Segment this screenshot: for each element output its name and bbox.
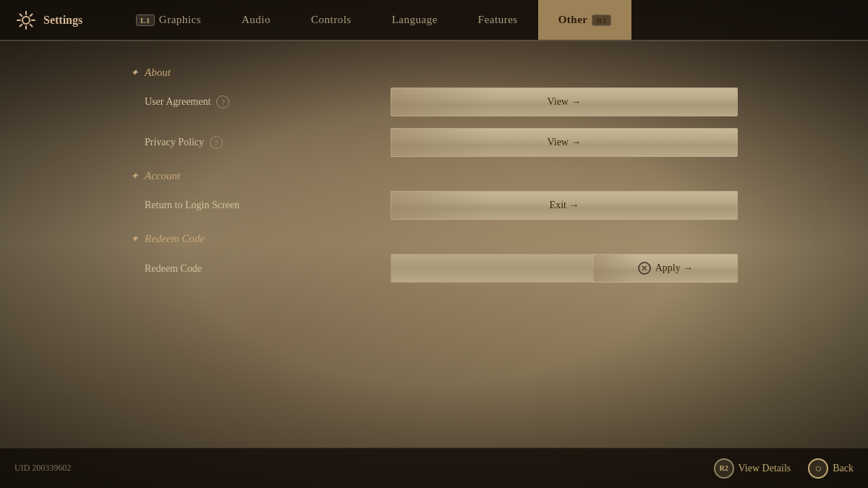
nav-tabs: L1 Graphics Audio Controls Language Feat… [116, 0, 868, 40]
tab-language-label: Language [392, 14, 438, 26]
redeem-code-control: ✕ Apply → [391, 254, 738, 283]
section-redeem-title: Redeem Code [145, 233, 205, 245]
section-redeem-header: ✦ Redeem Code [130, 233, 738, 245]
tab-graphics-badge: L1 [136, 14, 155, 26]
svg-point-0 [22, 17, 30, 24]
tab-audio[interactable]: Audio [221, 0, 291, 40]
uid-display: UID 200339602 [14, 463, 71, 474]
privacy-policy-label: Privacy Policy ? [130, 136, 391, 149]
login-screen-row: Return to Login Screen Exit → [130, 189, 738, 221]
topbar-divider [0, 40, 868, 41]
apply-button[interactable]: ✕ Apply → [593, 254, 738, 283]
x-circle-icon: ✕ [638, 262, 651, 275]
section-about-header: ✦ About [130, 67, 738, 79]
diamond-icon-3: ✦ [130, 233, 139, 245]
bottombar: UID 200339602 R2 View Details ○ Back [0, 448, 868, 488]
back-action[interactable]: ○ Back [808, 458, 854, 479]
tab-features-label: Features [478, 14, 518, 26]
diamond-icon-2: ✦ [130, 170, 139, 182]
privacy-policy-help-icon[interactable]: ? [210, 136, 223, 149]
redeem-code-row: Redeem Code ✕ Apply → [130, 252, 738, 284]
r2-button-icon: R2 [714, 458, 734, 479]
tab-graphics[interactable]: L1 Graphics [116, 0, 221, 40]
view-details-action[interactable]: R2 View Details [714, 458, 791, 479]
back-label: Back [833, 463, 854, 474]
tab-controls[interactable]: Controls [291, 0, 372, 40]
tab-audio-label: Audio [242, 14, 271, 26]
tab-language[interactable]: Language [372, 0, 458, 40]
settings-logo: Settings [0, 9, 116, 32]
redeem-code-label: Redeem Code [130, 262, 391, 275]
tab-features[interactable]: Features [458, 0, 538, 40]
section-account-title: Account [145, 170, 180, 182]
tab-other-badge: R1 [592, 14, 610, 26]
settings-title: Settings [43, 14, 82, 27]
gear-icon [14, 9, 38, 32]
user-agreement-label: User Agreement ? [130, 95, 391, 108]
section-account-header: ✦ Account [130, 170, 738, 182]
user-agreement-view-button[interactable]: View → [391, 87, 738, 116]
redeem-code-input[interactable] [391, 254, 593, 283]
user-agreement-help-icon[interactable]: ? [216, 95, 229, 108]
topbar: Settings L1 Graphics Audio Controls Lang… [0, 0, 868, 40]
login-screen-label: Return to Login Screen [130, 200, 391, 211]
bottom-actions: R2 View Details ○ Back [714, 458, 854, 479]
privacy-policy-row: Privacy Policy ? View → [130, 127, 738, 158]
tab-graphics-label: Graphics [159, 14, 201, 26]
privacy-policy-control: View → [391, 128, 738, 157]
exit-button[interactable]: Exit → [391, 191, 738, 220]
circle-button-icon: ○ [808, 458, 828, 479]
user-agreement-control: View → [391, 87, 738, 116]
tab-other-label: Other [558, 14, 588, 26]
main-content: ✦ About User Agreement ? View → Privacy … [0, 40, 868, 488]
tab-controls-label: Controls [311, 14, 352, 26]
section-about-title: About [145, 67, 171, 79]
login-screen-control: Exit → [391, 191, 738, 220]
view-details-label: View Details [739, 463, 791, 474]
tab-other[interactable]: Other R1 [538, 0, 631, 40]
user-agreement-row: User Agreement ? View → [130, 86, 738, 118]
privacy-policy-view-button[interactable]: View → [391, 128, 738, 157]
diamond-icon: ✦ [130, 67, 139, 79]
